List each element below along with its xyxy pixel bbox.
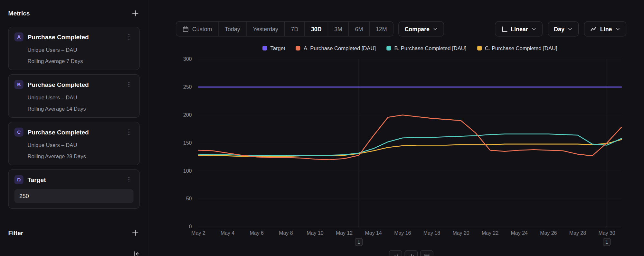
y-axis-label: 250 <box>183 84 192 90</box>
x-axis-label: May 18 <box>423 230 440 236</box>
compare-label: Compare <box>404 26 429 32</box>
metric-menu-button[interactable]: ⋮ <box>124 129 133 135</box>
x-axis-label: May 14 <box>365 230 382 236</box>
range-label: 30D <box>311 26 322 32</box>
add-metric-button[interactable] <box>131 9 140 18</box>
annotation-count: 1 <box>606 240 608 245</box>
metrics-title: Metrics <box>8 10 30 17</box>
tool-bar-chart-button[interactable] <box>404 250 418 256</box>
y-axis-label: 0 <box>189 224 192 229</box>
annotation-count: 1 <box>358 240 360 245</box>
legend-label: B. Purchase Completed [DAU] <box>394 45 466 51</box>
metric-property[interactable]: Unique Users – DAU <box>27 142 133 148</box>
bottom-chart-tools <box>389 250 433 256</box>
collapse-sidebar-button[interactable] <box>132 250 141 256</box>
linear-axis-icon <box>501 26 507 32</box>
metric-card-head: CPurchase Completed⋮ <box>14 128 134 137</box>
x-axis-label: May 8 <box>279 230 293 236</box>
x-axis-label: May 22 <box>482 230 498 236</box>
metric-title[interactable]: Target <box>27 176 120 183</box>
metric-property[interactable]: Rolling Average 7 Days <box>27 58 133 64</box>
legend-label: Target <box>270 45 285 51</box>
interval-selector-button[interactable]: Day <box>548 21 579 36</box>
chart-type-selector-button[interactable]: Line <box>584 21 626 36</box>
y-axis-label: 50 <box>186 196 192 202</box>
legend-item[interactable]: C. Purchase Completed [DAU] <box>477 45 557 51</box>
tool-table-button[interactable] <box>420 250 433 256</box>
series-line-metric-2[interactable] <box>198 134 621 156</box>
chevron-down-icon <box>615 26 620 31</box>
bar-chart-icon <box>408 253 414 256</box>
chevron-down-icon <box>568 26 573 31</box>
legend-item[interactable]: B. Purchase Completed [DAU] <box>386 45 466 51</box>
compare-button[interactable]: Compare <box>398 21 444 36</box>
range-label: 7D <box>291 26 298 32</box>
metric-badge: B <box>14 80 24 89</box>
range-label: Today <box>225 26 240 32</box>
plus-icon <box>132 10 139 17</box>
legend-item[interactable]: Target <box>262 45 285 51</box>
range-6m[interactable]: 6M <box>348 22 369 36</box>
x-axis-label: May 20 <box>452 230 469 236</box>
metric-property[interactable]: Rolling Average 28 Days <box>27 153 133 160</box>
metric-badge: D <box>14 175 24 184</box>
app-root: Metrics APurchase Completed⋮Unique Users… <box>0 0 644 256</box>
main-content: CustomTodayYesterday7D30D3M6M12M Compare… <box>148 0 644 256</box>
metric-property[interactable]: Unique Users – DAU <box>27 47 133 53</box>
date-range-toolbar: CustomTodayYesterday7D30D3M6M12M Compare <box>176 21 444 36</box>
metric-menu-button[interactable]: ⋮ <box>124 176 133 183</box>
line-chart-icon <box>393 253 399 256</box>
range-label: 12M <box>376 26 387 32</box>
date-range-segmented-control: CustomTodayYesterday7D30D3M6M12M <box>176 21 393 36</box>
range-3m[interactable]: 3M <box>328 22 348 36</box>
add-filter-button[interactable] <box>131 228 140 237</box>
x-axis-label: May 4 <box>221 230 235 236</box>
x-axis-label: May 28 <box>569 230 586 236</box>
range-yesterday[interactable]: Yesterday <box>246 22 284 36</box>
metric-title[interactable]: Purchase Completed <box>27 129 120 136</box>
line-chart-icon <box>590 26 597 32</box>
metric-property[interactable]: Rolling Average 14 Days <box>27 106 133 112</box>
x-axis-label: May 26 <box>540 230 557 236</box>
metrics-header: Metrics <box>8 9 140 18</box>
x-axis-label: May 2 <box>191 230 205 236</box>
metric-menu-button[interactable]: ⋮ <box>124 34 133 40</box>
calendar-icon <box>182 26 189 32</box>
legend-swatch <box>477 46 482 50</box>
metric-card: BPurchase Completed⋮Unique Users – DAURo… <box>8 74 140 118</box>
metric-badge: A <box>14 32 24 41</box>
target-value-input[interactable] <box>14 189 134 203</box>
metric-card: APurchase Completed⋮Unique Users – DAURo… <box>8 27 140 70</box>
filter-title: Filter <box>8 229 24 236</box>
range-12m[interactable]: 12M <box>369 22 393 36</box>
range-today[interactable]: Today <box>218 22 246 36</box>
line-chart[interactable]: 050100150200250300May 2May 4May 6May 8Ma… <box>164 52 632 254</box>
scale-selector-button[interactable]: Linear <box>495 21 542 36</box>
x-axis-label: May 16 <box>394 230 411 236</box>
legend-item[interactable]: A. Purchase Completed [DAU] <box>296 45 376 51</box>
range-label: 6M <box>355 26 363 32</box>
metric-menu-button[interactable]: ⋮ <box>124 81 133 88</box>
legend-label: C. Purchase Completed [DAU] <box>485 45 557 51</box>
x-axis-label: May 24 <box>511 230 528 236</box>
legend-swatch <box>386 46 391 50</box>
y-axis-label: 150 <box>183 140 192 146</box>
chart-type-label: Line <box>600 26 612 32</box>
kebab-icon: ⋮ <box>126 81 132 88</box>
series-line-metric-3[interactable] <box>198 140 621 156</box>
y-axis-label: 300 <box>183 56 192 62</box>
range-label: 3M <box>334 26 342 32</box>
tool-line-chart-button[interactable] <box>389 250 402 256</box>
metric-property[interactable]: Unique Users – DAU <box>27 94 133 100</box>
metric-title[interactable]: Purchase Completed <box>27 33 120 41</box>
range-7d[interactable]: 7D <box>284 22 304 36</box>
target-card: D Target ⋮ <box>8 169 140 209</box>
filter-header: Filter <box>8 228 140 237</box>
scale-label: Linear <box>511 26 528 32</box>
metric-card: CPurchase Completed⋮Unique Users – DAURo… <box>8 122 140 165</box>
range-30d[interactable]: 30D <box>304 22 327 36</box>
metric-title[interactable]: Purchase Completed <box>27 81 120 88</box>
range-custom[interactable]: Custom <box>176 22 218 36</box>
chart-legend: TargetA. Purchase Completed [DAU]B. Purc… <box>198 45 621 51</box>
kebab-icon: ⋮ <box>126 176 132 183</box>
